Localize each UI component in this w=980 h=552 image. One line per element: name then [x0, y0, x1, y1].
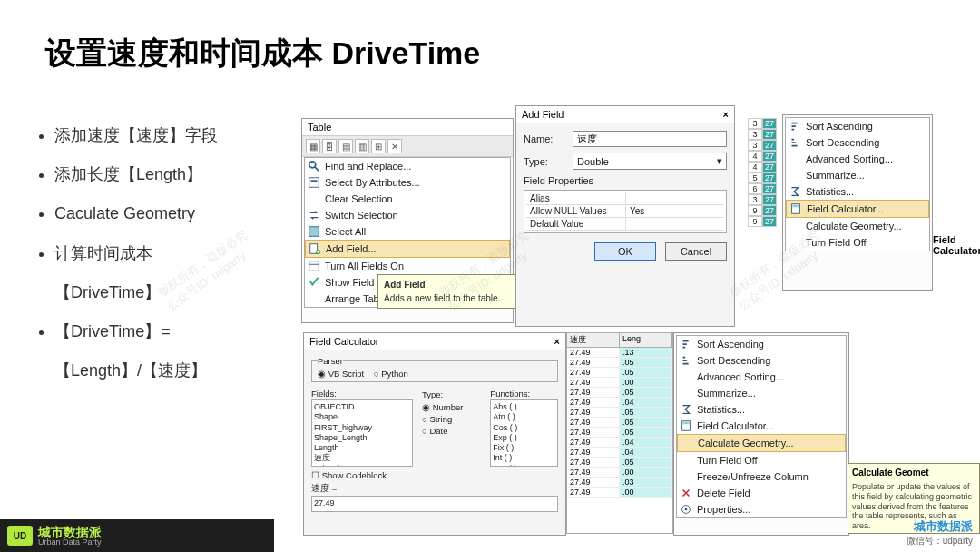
menu-item-label: Turn Field Off	[697, 455, 758, 466]
menu-item-label: Field Calculator...	[807, 203, 884, 214]
blank-icon	[680, 454, 692, 467]
cancel-button[interactable]: Cancel	[665, 242, 727, 261]
prop-value[interactable]: Yes	[626, 205, 648, 217]
find-icon	[308, 160, 320, 172]
func-item[interactable]: Fix ( )	[493, 443, 555, 453]
menu-item-switch-selection[interactable]: Switch Selection	[305, 207, 510, 223]
context-menu-field-bottom: Sort AscendingSort DescendingAdvanced So…	[673, 332, 849, 536]
toolbar-btn[interactable]: ✕	[387, 139, 402, 153]
menu-item-clear-selection[interactable]: Clear Selection	[305, 191, 510, 207]
menu-item-summarize[interactable]: Summarize...	[786, 167, 929, 183]
menu-item-freeze-unfreeze-column[interactable]: Freeze/Unfreeze Column	[677, 468, 846, 485]
cell: 27.49	[567, 468, 620, 477]
cell: 27	[762, 151, 777, 162]
cell: .04	[620, 448, 672, 457]
parser-vb-radio[interactable]: ◉ VB Script	[318, 369, 364, 379]
menu-item-label: Summarize...	[697, 388, 756, 399]
type-number-radio[interactable]: ◉ Number	[422, 401, 481, 413]
func-item[interactable]: Int ( )	[493, 453, 555, 463]
menu-item-calculate-geometry[interactable]: Calculate Geometry...	[677, 434, 846, 452]
prop-value[interactable]	[626, 192, 633, 204]
menu-item-add-field[interactable]: Add Field...	[305, 240, 510, 258]
menu-item-find-and-replace[interactable]: Find and Replace...	[305, 158, 510, 174]
logo-icon: UD	[7, 526, 33, 546]
col-header[interactable]: Leng	[620, 333, 672, 347]
menu-item-select-all[interactable]: Select All	[305, 223, 510, 240]
menu-item-advanced-sorting[interactable]: Advanced Sorting...	[786, 151, 929, 167]
toolbar-btn[interactable]: ⊞	[371, 139, 386, 153]
svg-rect-12	[683, 422, 690, 425]
expression-input[interactable]: 27.49	[311, 496, 558, 512]
name-input[interactable]	[573, 131, 727, 147]
menu-item-label: Statistics...	[806, 186, 854, 197]
func-item[interactable]: Log ( )	[493, 464, 555, 468]
bullet-item: Caculate Geometry	[54, 194, 218, 233]
func-item[interactable]: Abs ( )	[493, 402, 555, 412]
side-grid: 327327327427427527627327927927	[748, 118, 780, 227]
cell: 27	[762, 194, 777, 205]
menu-item-statistics[interactable]: Statistics...	[786, 183, 929, 200]
menu-item-sort-descending[interactable]: Sort Descending	[677, 352, 846, 369]
branding-watermark: 城市数据派 微信号：udparty	[906, 519, 973, 547]
cell: 27.49	[567, 368, 620, 377]
type-select[interactable]: Double ▾	[573, 153, 727, 170]
menu-item-advanced-sorting[interactable]: Advanced Sorting...	[677, 369, 846, 385]
functions-listbox[interactable]: Abs ( )Atn ( )Cos ( )Exp ( )Fix ( )Int (…	[490, 399, 558, 467]
parser-py-radio[interactable]: ○ Python	[374, 369, 408, 379]
close-icon[interactable]: ×	[554, 336, 560, 347]
cell: 4	[748, 162, 762, 172]
col-header[interactable]: 速度	[567, 333, 620, 347]
field-item[interactable]: Shape	[314, 412, 410, 422]
func-item[interactable]: Atn ( )	[493, 412, 555, 422]
menu-item-sort-ascending[interactable]: Sort Ascending	[677, 336, 846, 352]
menu-item-properties[interactable]: Properties...	[677, 501, 846, 518]
menu-item-sort-descending[interactable]: Sort Descending	[786, 134, 929, 151]
close-icon[interactable]: ×	[723, 109, 729, 120]
calc-icon	[680, 419, 692, 432]
func-item[interactable]: Cos ( )	[493, 423, 555, 433]
menu-item-turn-field-off[interactable]: Turn Field Off	[677, 452, 846, 468]
type-date-radio[interactable]: ○ Date	[422, 425, 481, 437]
menu-item-label: Select All	[325, 226, 366, 237]
type-string-radio[interactable]: ○ String	[422, 413, 481, 425]
prop-icon	[680, 503, 692, 516]
menu-item-delete-field[interactable]: Delete Field	[677, 485, 846, 501]
ok-button[interactable]: OK	[594, 242, 656, 261]
cell: .05	[620, 388, 672, 397]
menu-item-field-calculator[interactable]: Field Calculator...	[786, 200, 929, 218]
menu-item-select-by-attributes[interactable]: Select By Attributes...	[305, 174, 510, 191]
fields-listbox[interactable]: OBJECTIDShapeFIRST_highwayShape_LengthLe…	[311, 399, 413, 467]
field-item[interactable]: DriveTime	[314, 464, 410, 468]
menu-item-label: Advanced Sorting...	[697, 371, 784, 382]
toolbar-btn[interactable]: ▤	[338, 139, 353, 153]
field-item[interactable]: Shape_Length	[314, 433, 410, 443]
cell: 27.49	[567, 438, 620, 447]
menu-item-label: Switch Selection	[325, 210, 398, 221]
footer-brand: UD 城市数据派 Urban Data Party	[0, 519, 274, 552]
cell: 27	[762, 118, 777, 129]
cell: .05	[620, 458, 672, 467]
menu-item-label: Sort Ascending	[806, 121, 873, 132]
cell: 5	[748, 172, 762, 183]
cell: 27	[762, 140, 777, 151]
menu-item-sort-ascending[interactable]: Sort Ascending	[786, 118, 929, 134]
cell: 27	[762, 129, 777, 140]
field-item[interactable]: 速度	[314, 453, 410, 463]
toolbar-btn[interactable]: 🗄	[322, 139, 337, 153]
func-item[interactable]: Exp ( )	[493, 433, 555, 443]
prop-value[interactable]	[626, 218, 633, 230]
menu-item-statistics[interactable]: Statistics...	[677, 401, 846, 418]
toolbar-btn[interactable]: ▥	[355, 139, 369, 153]
toolbar-btn[interactable]: ▦	[306, 139, 320, 153]
menu-item-field-calculator[interactable]: Field Calculator...	[677, 418, 846, 434]
menu-item-summarize[interactable]: Summarize...	[677, 385, 846, 401]
field-item[interactable]: FIRST_highway	[314, 423, 410, 433]
expression-label: 速度 =	[311, 483, 558, 495]
field-item[interactable]: OBJECTID	[314, 402, 410, 412]
cell: 9	[748, 216, 762, 227]
blank-icon	[680, 387, 692, 399]
field-properties-grid: AliasAllow NULL ValuesYesDefault Value	[524, 190, 727, 233]
menu-item-label: Field Calculator...	[697, 420, 774, 431]
show-codeblock-checkbox[interactable]: ☐ Show Codeblock	[311, 470, 387, 480]
field-item[interactable]: Length	[314, 443, 410, 453]
